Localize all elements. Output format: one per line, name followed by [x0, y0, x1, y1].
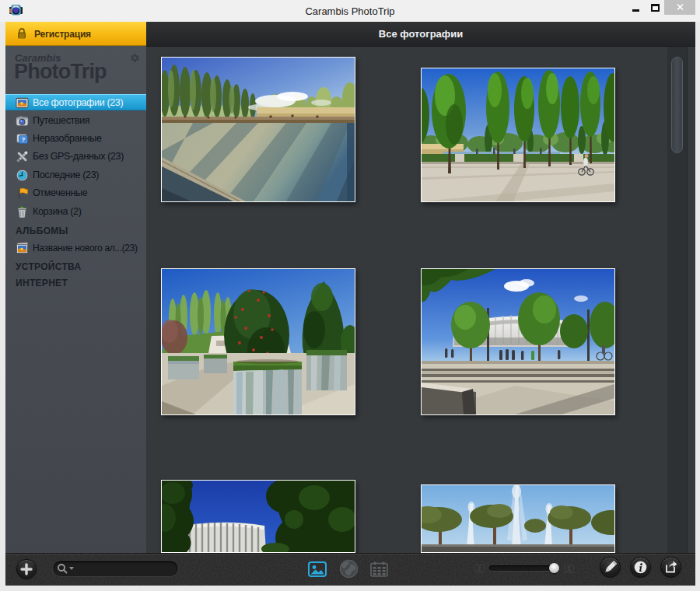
svg-text:?: ?: [21, 136, 25, 143]
